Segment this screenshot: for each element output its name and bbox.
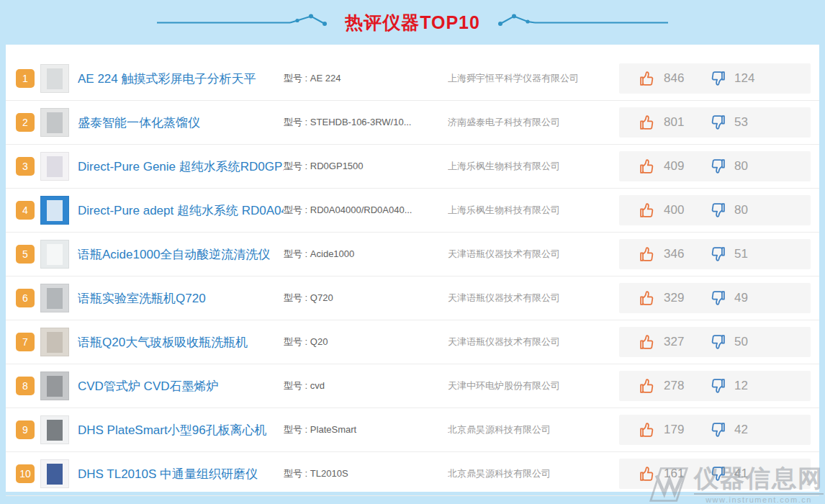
product-thumbnail-image xyxy=(47,420,63,441)
thumbs-down-button[interactable]: 42 xyxy=(708,420,748,439)
thumbs-down-count: 42 xyxy=(734,423,748,437)
product-name-link[interactable]: 盛泰智能一体化蒸馏仪 xyxy=(78,114,284,131)
thumbs-up-button[interactable]: 409 xyxy=(638,157,708,176)
thumbs-up-button[interactable]: 329 xyxy=(638,289,708,307)
thumbs-down-button[interactable]: 41 xyxy=(708,464,748,483)
thumbs-up-count: 346 xyxy=(664,247,684,261)
thumbs-down-icon xyxy=(708,464,727,483)
product-name-link[interactable]: Direct-Pure adept 超纯水系统 RD0A04… xyxy=(78,202,284,219)
rank-badge: 8 xyxy=(16,377,35,395)
thumbs-up-button[interactable]: 801 xyxy=(638,113,708,132)
product-name-link[interactable]: 语瓶实验室洗瓶机Q720 xyxy=(78,290,284,307)
product-model: 型号 : STEHDB-106-3RW/10... xyxy=(284,116,448,129)
thumbs-down-icon xyxy=(708,113,727,132)
product-model: 型号 : RD0A04000/RD0A040... xyxy=(284,204,448,217)
rank-badge: 7 xyxy=(16,333,35,351)
thumbs-down-count: 80 xyxy=(734,203,748,217)
thumbs-up-button[interactable]: 327 xyxy=(638,333,708,351)
thumbs-up-icon xyxy=(638,333,657,351)
product-thumbnail[interactable] xyxy=(40,372,69,400)
rank-badge: 4 xyxy=(16,201,35,220)
product-thumbnail[interactable] xyxy=(40,284,69,312)
model-label: 型号 : xyxy=(284,468,310,479)
list-item: 1 AE 224 触摸式彩屏电子分析天平 型号 : AE 224 上海舜宇恒平科… xyxy=(6,57,819,101)
product-name-link[interactable]: DHS PlateSmart小型96孔板离心机 xyxy=(78,422,284,438)
thumbs-down-button[interactable]: 80 xyxy=(708,201,748,220)
thumbs-up-button[interactable]: 846 xyxy=(638,69,708,88)
vote-box: 278 12 xyxy=(619,371,811,401)
company-name: 上海乐枫生物科技有限公司 xyxy=(448,160,619,173)
rank-badge: 3 xyxy=(16,157,35,176)
thumbs-down-icon xyxy=(708,377,727,395)
thumbs-up-count: 278 xyxy=(664,379,684,393)
product-model: 型号 : cvd xyxy=(284,379,448,392)
model-label: 型号 : xyxy=(284,292,310,303)
list-item: 5 语瓶Acide1000全自动酸逆流清洗仪 型号 : Acide1000 天津… xyxy=(6,233,819,276)
vote-box: 327 50 xyxy=(619,327,811,357)
product-thumbnail[interactable] xyxy=(40,328,69,356)
model-label: 型号 : xyxy=(284,248,310,259)
page: 热评仪器TOP10 1 AE 224 触摸式彩屏电子分析天平 型号 : AE 2… xyxy=(0,0,825,504)
thumbs-down-button[interactable]: 49 xyxy=(708,289,748,307)
product-thumbnail-image xyxy=(47,376,63,397)
thumbs-down-button[interactable]: 51 xyxy=(708,245,748,264)
thumbs-up-button[interactable]: 161 xyxy=(638,464,708,483)
product-thumbnail-image xyxy=(47,244,63,265)
model-value: TL2010S xyxy=(310,468,348,479)
thumbs-down-button[interactable]: 53 xyxy=(708,113,748,132)
thumbs-up-button[interactable]: 179 xyxy=(638,420,708,439)
model-value: Q720 xyxy=(310,292,333,303)
thumbs-down-icon xyxy=(708,245,727,264)
product-thumbnail[interactable] xyxy=(40,459,69,488)
thumbs-up-count: 179 xyxy=(664,423,684,437)
thumbs-down-icon xyxy=(708,420,727,439)
product-name-link[interactable]: AE 224 触摸式彩屏电子分析天平 xyxy=(78,71,284,87)
page-title: 热评仪器TOP10 xyxy=(345,14,480,32)
thumbs-up-button[interactable]: 400 xyxy=(638,201,708,220)
product-name-link[interactable]: Direct-Pure Genie 超纯水系统RD0GP1… xyxy=(78,158,284,175)
thumbs-up-button[interactable]: 346 xyxy=(638,245,708,264)
product-model: 型号 : RD0GP1500 xyxy=(284,160,448,173)
thumbs-up-button[interactable]: 278 xyxy=(638,377,708,395)
thumbs-down-count: 41 xyxy=(734,467,748,481)
thumbs-up-icon xyxy=(638,420,657,439)
product-thumbnail[interactable] xyxy=(40,196,69,225)
thumbs-down-icon xyxy=(708,69,727,88)
model-value: cvd xyxy=(310,380,325,391)
product-name-link[interactable]: CVD管式炉 CVD石墨烯炉 xyxy=(78,378,284,395)
product-name-link[interactable]: 语瓶Acide1000全自动酸逆流清洗仪 xyxy=(78,246,284,263)
thumbs-down-button[interactable]: 12 xyxy=(708,377,748,395)
product-model: 型号 : TL2010S xyxy=(284,467,448,480)
product-thumbnail-image xyxy=(47,156,63,177)
product-thumbnail[interactable] xyxy=(40,64,69,93)
company-name: 上海乐枫生物科技有限公司 xyxy=(448,204,619,217)
model-value: STEHDB-106-3RW/10... xyxy=(310,117,412,127)
list-item: 10 DHS TL2010S 中通量组织研磨仪 型号 : TL2010S 北京鼎… xyxy=(6,452,819,496)
product-thumbnail[interactable] xyxy=(40,415,69,444)
thumbs-up-count: 161 xyxy=(664,467,684,481)
model-label: 型号 : xyxy=(284,161,310,171)
product-thumbnail-image xyxy=(47,332,63,353)
list-item: 2 盛泰智能一体化蒸馏仪 型号 : STEHDB-106-3RW/10... 济… xyxy=(6,101,819,145)
title-decor-line-right xyxy=(490,13,669,32)
company-name: 天津语瓶仪器技术有限公司 xyxy=(448,248,619,261)
thumbs-up-icon xyxy=(638,113,657,132)
product-name-link[interactable]: 语瓶Q20大气玻板吸收瓶洗瓶机 xyxy=(78,334,284,351)
product-thumbnail[interactable] xyxy=(40,152,69,181)
thumbs-down-button[interactable]: 124 xyxy=(708,69,754,88)
model-value: Acide1000 xyxy=(310,248,354,259)
thumbs-down-button[interactable]: 80 xyxy=(708,157,748,176)
vote-box: 801 53 xyxy=(619,107,811,138)
product-thumbnail-image xyxy=(47,68,63,89)
product-thumbnail[interactable] xyxy=(40,108,69,137)
product-thumbnail-image xyxy=(47,200,63,221)
list-item: 8 CVD管式炉 CVD石墨烯炉 型号 : cvd 天津中环电炉股份有限公司 2… xyxy=(6,364,819,408)
product-thumbnail[interactable] xyxy=(40,240,69,269)
product-name-link[interactable]: DHS TL2010S 中通量组织研磨仪 xyxy=(78,466,284,482)
thumbs-down-count: 49 xyxy=(734,291,748,305)
vote-box: 400 80 xyxy=(619,195,811,225)
thumbs-down-icon xyxy=(708,333,727,351)
thumbs-down-button[interactable]: 50 xyxy=(708,333,748,351)
list-item: 7 语瓶Q20大气玻板吸收瓶洗瓶机 型号 : Q20 天津语瓶仪器技术有限公司 … xyxy=(6,320,819,364)
thumbs-up-icon xyxy=(638,201,657,220)
